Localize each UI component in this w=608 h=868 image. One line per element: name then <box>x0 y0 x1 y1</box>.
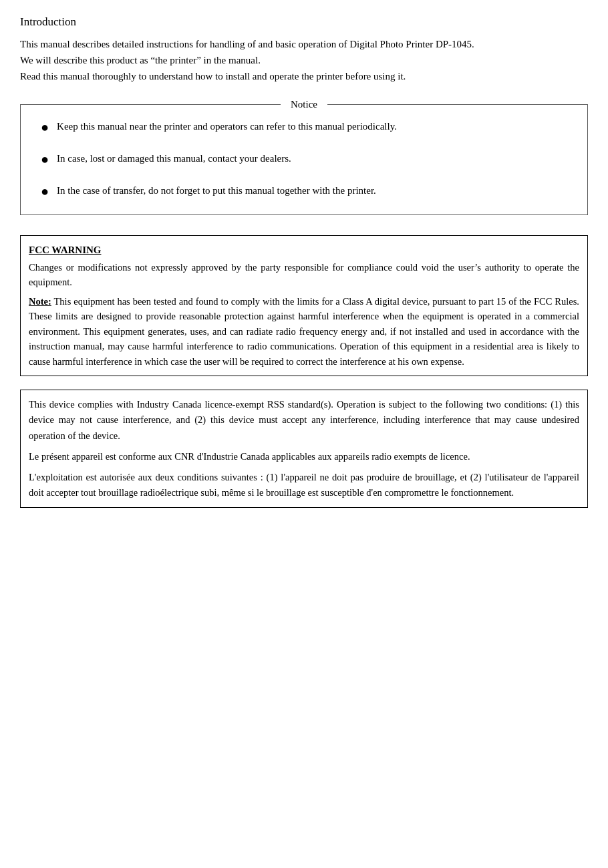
introduction-section: Introduction This manual describes detai… <box>20 13 588 84</box>
notice-title: Notice <box>281 97 327 112</box>
intro-paragraph2: We will describe this product as “the pr… <box>20 52 588 68</box>
bullet-icon-3: ● <box>41 181 49 201</box>
notice-text-2: In case, lost or damaged this manual, co… <box>57 150 567 166</box>
fcc-warning-body: Changes or modifications not expressly a… <box>29 262 579 287</box>
intro-title: Introduction <box>20 13 588 31</box>
notice-item-2: ● In case, lost or damaged this manual, … <box>41 150 567 169</box>
canada-paragraph3: L'exploitation est autorisée aux deux co… <box>29 470 579 500</box>
canada-text: This device complies with Industry Canad… <box>29 397 579 500</box>
fcc-note-text: This equipment has been tested and found… <box>29 296 579 367</box>
canada-paragraph2: Le présent appareil est conforme aux CNR… <box>29 449 579 464</box>
page-content: Introduction This manual describes detai… <box>20 13 588 508</box>
bullet-icon-2: ● <box>41 149 49 169</box>
canada-paragraph1: This device complies with Industry Canad… <box>29 397 579 444</box>
fcc-box: FCC WARNING Changes or modifications not… <box>20 235 588 377</box>
fcc-title: FCC WARNING <box>29 243 579 258</box>
notice-box: Notice ● Keep this manual near the print… <box>20 104 588 215</box>
notice-item-1: ● Keep this manual near the printer and … <box>41 118 567 137</box>
notice-text-1: Keep this manual near the printer and op… <box>57 118 567 134</box>
notice-item-3: ● In the case of transfer, do not forget… <box>41 182 567 201</box>
note-label: Note: <box>29 296 51 307</box>
fcc-warning-text: Changes or modifications not expressly a… <box>29 260 579 290</box>
intro-paragraph1: This manual describes detailed instructi… <box>20 36 588 52</box>
canada-box: This device complies with Industry Canad… <box>20 390 588 508</box>
notice-text-3: In the case of transfer, do not forget t… <box>57 182 567 198</box>
intro-paragraph3: Read this manual thoroughly to understan… <box>20 68 588 84</box>
bullet-icon-1: ● <box>41 117 49 137</box>
fcc-note: Note: This equipment has been tested and… <box>29 294 579 369</box>
